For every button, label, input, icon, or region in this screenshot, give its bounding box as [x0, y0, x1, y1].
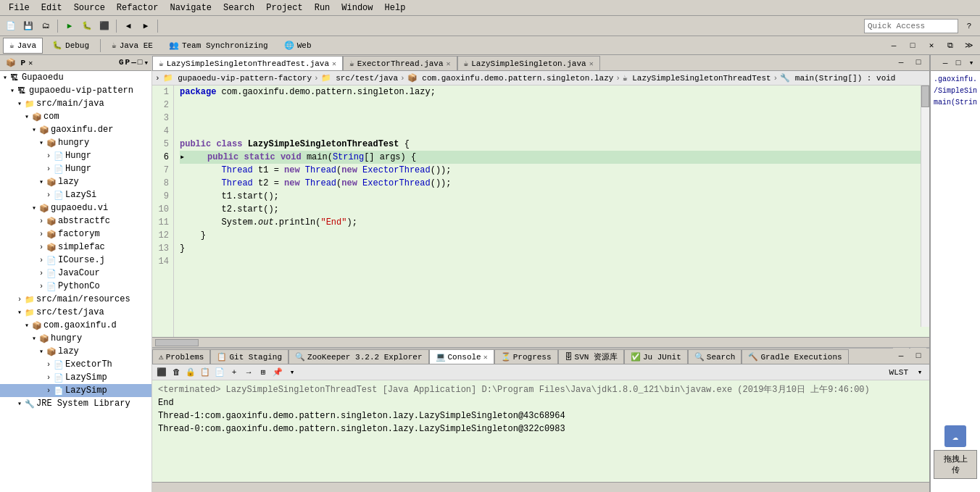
tab-close-icon[interactable]: ✕ — [483, 353, 488, 362]
console-stop-btn[interactable]: ⬛ — [155, 366, 168, 379]
close-icon[interactable]: ✕ — [28, 59, 33, 67]
tree-factorym[interactable]: › 📦 factorym — [0, 228, 151, 241]
tree-pythonco[interactable]: › 📄 PythonCo — [0, 280, 151, 293]
console-goto-btn[interactable]: → — [242, 366, 255, 379]
hscroll-thumb[interactable] — [155, 339, 199, 346]
tree-simplefac[interactable]: › 📦 simplefac — [0, 241, 151, 254]
toolbar-help[interactable]: ? — [961, 18, 977, 34]
editor-max-btn[interactable]: □ — [910, 55, 926, 70]
tab-close-icon[interactable]: ✕ — [447, 59, 451, 68]
tree-lazy-test[interactable]: ▾ 📦 lazy — [0, 345, 151, 358]
tree-gupaoedu[interactable]: ▾ 🏗 Gupaoedu — [0, 71, 151, 84]
tree-lazysimp2[interactable]: › 📄 LazySimp — [0, 384, 151, 397]
console-hscroll[interactable] — [152, 482, 929, 492]
perspective-debug[interactable]: 🐛 Debug — [46, 38, 96, 54]
menu-project[interactable]: Project — [260, 1, 308, 14]
view-menu-btn[interactable]: ≫ — [961, 38, 977, 54]
bread-src[interactable]: 📁 src/test/java — [321, 73, 398, 83]
menu-navigate[interactable]: Navigate — [164, 1, 217, 14]
code-lines[interactable]: package com.gaoxinfu.demo.pattern.single… — [174, 86, 929, 337]
console-min-btn[interactable]: — — [893, 348, 909, 364]
tree-src-main-res[interactable]: › 📁 src/main/resources — [0, 293, 151, 306]
console-copy-btn[interactable]: 📋 — [199, 366, 212, 379]
tree-hungr2[interactable]: › 📄 Hungr — [0, 162, 151, 175]
menu-edit[interactable]: Edit — [36, 1, 68, 14]
tree-lazy[interactable]: ▾ 📦 lazy — [0, 175, 151, 188]
menu-file[interactable]: File — [3, 1, 36, 14]
code-editor[interactable]: 1 2 3 4 5 6 7 8 9 10 11 12 13 — [152, 86, 929, 337]
bread-class[interactable]: ☕ LazySimpleSingletonThreadTest — [623, 73, 771, 83]
editor-tab-lazysingleton[interactable]: ☕ LazySimpleSingleton.java ✕ — [457, 56, 600, 70]
console-menu-btn[interactable]: ▾ — [286, 366, 299, 379]
quick-access-input[interactable]: Quick Access — [864, 19, 958, 33]
sidebar-minimize[interactable]: — — [131, 58, 136, 67]
console-content[interactable]: <terminated> LazySimpleSingletonThreadTe… — [152, 380, 929, 482]
console-clear-btn[interactable]: 🗑 — [170, 366, 183, 379]
wlst-down-btn[interactable]: ▾ — [913, 366, 926, 379]
console-tab-git[interactable]: 📋 Git Staging — [210, 349, 288, 364]
tree-javacour[interactable]: › 📄 JavaCour — [0, 267, 151, 280]
menu-window[interactable]: Window — [336, 1, 378, 14]
sidebar-viewmenu[interactable]: ▾ — [144, 58, 149, 67]
tree-gupaoedu-vip[interactable]: ▾ 🏗 gupaoedu-vip-pattern — [0, 84, 151, 97]
minimize-btn[interactable]: — — [886, 38, 902, 54]
editor-tab-lazysimple[interactable]: ☕ LazySimpleSingletonThreadTest.java ✕ — [152, 56, 343, 70]
toolbar-run[interactable]: ▶ — [62, 18, 78, 34]
rp-min-btn[interactable]: — — [939, 57, 951, 69]
close-btn[interactable]: ✕ — [923, 38, 939, 54]
console-tab-search[interactable]: 🔍 Search — [688, 349, 742, 364]
toolbar-save[interactable]: 💾 — [20, 18, 36, 34]
console-split-btn[interactable]: ⊞ — [257, 366, 270, 379]
rp-max-btn[interactable]: □ — [952, 57, 964, 69]
sidebar-tab-package[interactable]: 📦 P ✕ — [3, 57, 36, 69]
sidebar-tab-proj[interactable]: P — [125, 58, 130, 67]
toolbar-forward[interactable]: ▶ — [138, 18, 154, 34]
perspective-javaee[interactable]: ☕ Java EE — [105, 38, 159, 54]
tree-icourse[interactable]: › 📄 ICourse.j — [0, 254, 151, 267]
rp-view-btn[interactable]: ▾ — [966, 57, 977, 69]
console-tab-progress[interactable]: ⏳ Progress — [494, 349, 558, 364]
wlst-btn[interactable]: WLST — [886, 366, 912, 379]
menu-source[interactable]: Source — [68, 1, 111, 14]
editor-vscroll[interactable] — [921, 86, 929, 327]
sidebar-maximize[interactable]: □ — [138, 58, 143, 67]
console-tab-gradle[interactable]: 🔨 Gradle Executions — [742, 349, 848, 364]
editor-tab-exector[interactable]: ☕ ExectorThread.java ✕ — [343, 56, 457, 70]
console-tab-svn[interactable]: 🗄 SVN 资源库 — [558, 349, 624, 364]
console-max-btn[interactable]: □ — [910, 348, 926, 364]
tree-jre-system[interactable]: ▾ 🔧 JRE System Library — [0, 397, 151, 410]
toolbar-debug[interactable]: 🐛 — [79, 18, 95, 34]
restore-btn[interactable]: ⧉ — [942, 38, 958, 54]
console-tab-console[interactable]: 💻 Console ✕ — [429, 349, 494, 364]
editor-min-btn[interactable]: — — [893, 55, 909, 70]
toolbar-back[interactable]: ◀ — [120, 18, 136, 34]
perspective-java[interactable]: ☕ Java — [3, 38, 43, 54]
tree-com[interactable]: ▾ 📦 com — [0, 110, 151, 123]
console-scroll-lock[interactable]: 🔒 — [184, 366, 197, 379]
console-new-btn[interactable]: + — [228, 366, 241, 379]
tree-src-test-java[interactable]: ▾ 📁 src/test/java — [0, 306, 151, 319]
menu-run[interactable]: Run — [309, 1, 336, 14]
bread-pkg[interactable]: 📦 com.gaoxinfu.demo.pattern.singleton.la… — [407, 73, 614, 83]
tree-hungr1[interactable]: › 📄 Hungr — [0, 149, 151, 162]
tab-close-icon[interactable]: ✕ — [589, 59, 594, 68]
console-tab-zookeeper[interactable]: 🔍 ZooKeeper 3.2.2 Explorer — [288, 349, 428, 364]
sidebar-tab-git[interactable]: G — [119, 58, 124, 67]
console-paste-btn[interactable]: 📄 — [213, 366, 226, 379]
tree-gupaoedu-vi[interactable]: ▾ 📦 gupaoedu.vi — [0, 201, 151, 214]
tree-com-gaoxinfu-d[interactable]: ▾ 📦 com.gaoxinfu.d — [0, 319, 151, 332]
tree-exectorth[interactable]: › 📄 ExectorTh — [0, 358, 151, 371]
tree-src-main-java[interactable]: ▾ 📁 src/main/java — [0, 97, 151, 110]
tree-hungry-test[interactable]: ▾ 📦 hungry — [0, 332, 151, 345]
menu-refactor[interactable]: Refactor — [111, 1, 165, 14]
tree-lazysi-main[interactable]: › 📄 LazySi — [0, 188, 151, 201]
toolbar-stop[interactable]: ⬛ — [96, 18, 112, 34]
bread-method[interactable]: 🔧 main(String[]) : void — [780, 73, 895, 83]
perspective-web[interactable]: 🌐 Web — [278, 38, 318, 54]
tree-gaoxinfu-der[interactable]: ▾ 📦 gaoxinfu.der — [0, 123, 151, 136]
toolbar-save-all[interactable]: 🗂 — [38, 18, 54, 34]
console-tab-problems[interactable]: ⚠ Problems — [152, 349, 210, 364]
console-tab-junit[interactable]: ✅ Ju JUnit — [624, 349, 688, 364]
menu-search[interactable]: Search — [217, 1, 260, 14]
bread-factory[interactable]: 📁 gupaoedu-vip-pattern-factory — [163, 73, 312, 83]
